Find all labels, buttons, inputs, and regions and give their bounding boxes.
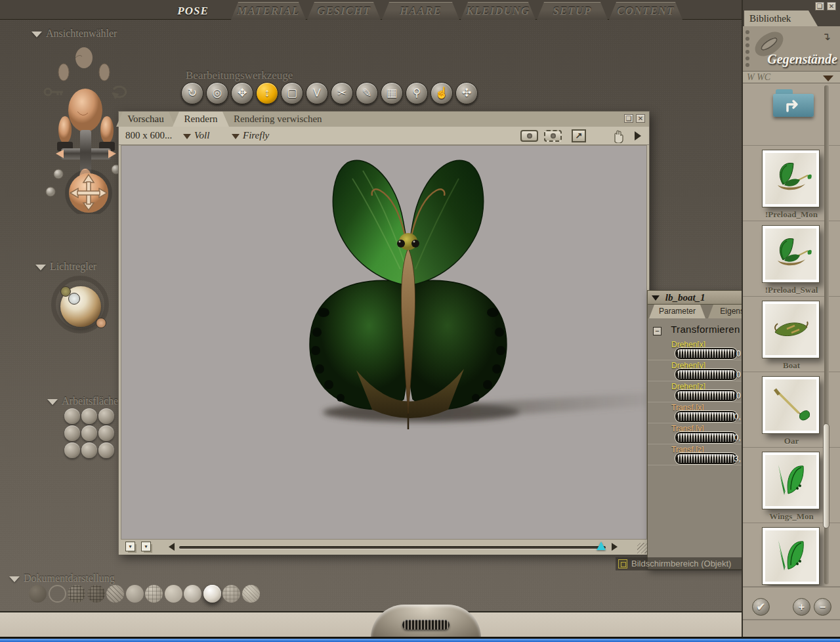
tool-color-button[interactable]: ✎ xyxy=(356,82,378,104)
dial-value[interactable]: 0 xyxy=(736,370,741,379)
library-tab[interactable]: Bibliothek xyxy=(744,11,818,26)
collapse-triangle-icon[interactable] xyxy=(32,32,42,37)
palette-header[interactable]: lb_boat_1 xyxy=(648,291,743,305)
dial-label[interactable]: Drehen[z] xyxy=(671,382,705,391)
style-hidden-line[interactable] xyxy=(87,585,105,603)
dock-icon[interactable]: ❏ xyxy=(815,2,824,11)
tool-morphing-button[interactable]: ☝ xyxy=(430,82,453,104)
dial-transf-x[interactable] xyxy=(677,412,736,421)
dial-label[interactable]: Drehen[x] xyxy=(671,340,705,349)
tool-translate-button[interactable]: ✥ xyxy=(231,82,253,104)
light-handle-2[interactable] xyxy=(68,293,80,305)
style-silhouette[interactable] xyxy=(29,585,47,603)
style-smooth-lined-selected[interactable] xyxy=(203,585,221,603)
item-thumbnail[interactable] xyxy=(763,528,819,584)
tool-view-magnifier-button[interactable]: ⚲ xyxy=(406,82,428,104)
light-handle-3[interactable] xyxy=(96,318,106,328)
collapse-triangle-icon[interactable] xyxy=(9,576,20,582)
dial-transf-y[interactable] xyxy=(677,433,736,442)
tab-content[interactable]: CONTENT xyxy=(609,2,682,20)
tab-setup[interactable]: SETUP xyxy=(537,2,608,20)
workspace-dot-grid[interactable] xyxy=(64,408,114,458)
item-thumbnail[interactable] xyxy=(763,150,819,207)
dial-label[interactable]: Transf.[x] xyxy=(671,403,704,412)
style-outline[interactable] xyxy=(49,585,66,603)
add-item-button[interactable]: + xyxy=(793,598,810,616)
dial-value[interactable]: 0 xyxy=(736,391,741,400)
tab-pose[interactable]: POSE xyxy=(156,2,230,20)
collapse-triangle-icon[interactable] xyxy=(652,295,660,301)
apply-check-button[interactable]: ✔ xyxy=(752,598,770,616)
tray-knob[interactable] xyxy=(371,605,481,638)
compare-frames-icon[interactable]: ▾ xyxy=(125,542,135,551)
bent-arrow-icon[interactable]: ↴ xyxy=(822,30,831,43)
chevron-down-icon[interactable] xyxy=(823,75,833,81)
tool-taper-button[interactable]: V xyxy=(306,82,328,104)
tool-twist-button[interactable]: ◎ xyxy=(206,82,228,104)
item-thumbnail[interactable] xyxy=(763,226,819,282)
render-canvas[interactable] xyxy=(121,145,647,540)
frame-slider-thumb[interactable] xyxy=(597,542,606,550)
item-thumbnail[interactable] xyxy=(763,377,819,433)
close-icon[interactable]: ✕ xyxy=(636,114,645,123)
item-thumbnail[interactable] xyxy=(763,301,819,358)
dial-value[interactable]: 0, xyxy=(734,433,741,442)
dial-drehen-x[interactable] xyxy=(677,349,736,358)
quality-dropdown[interactable]: Voll xyxy=(183,130,209,141)
library-category-banner[interactable]: ↴ Gegenstände xyxy=(743,26,840,71)
tab-parameter[interactable]: Parameter xyxy=(649,305,705,318)
close-icon[interactable]: ✕ xyxy=(827,2,836,11)
export-render-icon[interactable]: ↗ xyxy=(572,129,586,142)
frame-slider-track[interactable] xyxy=(179,546,606,549)
resize-grip[interactable] xyxy=(637,543,648,553)
dial-value[interactable]: 0 xyxy=(736,349,741,358)
tool-translate-in-out-button[interactable]: ↕ xyxy=(256,82,278,104)
dial-label[interactable]: Transf.[z] xyxy=(671,445,704,454)
style-smooth-shaded[interactable] xyxy=(184,585,201,603)
tool-rotate-button[interactable]: ↻ xyxy=(181,82,203,104)
dial-label[interactable]: Drehen[y] xyxy=(671,361,705,370)
compare-frames-2-icon[interactable]: ▾ xyxy=(141,542,151,551)
dial-drehen-z[interactable] xyxy=(677,391,736,400)
style-cartoon[interactable] xyxy=(165,585,182,603)
tray-knob-dial[interactable] xyxy=(402,620,450,630)
tool-scale-button[interactable]: ▢ xyxy=(281,82,303,104)
library-folder-path[interactable]: W WC xyxy=(743,71,840,83)
dial-label[interactable]: Transf.[y] xyxy=(671,424,704,433)
style-texture-shaded[interactable] xyxy=(242,585,260,603)
style-lit-wireframe[interactable] xyxy=(106,585,124,603)
dial-value[interactable]: 0, xyxy=(734,412,741,421)
slider-left-arrow[interactable] xyxy=(169,543,175,551)
library-scrollbar-thumb[interactable] xyxy=(823,423,830,528)
resolution-label[interactable]: 800 x 600... xyxy=(125,130,172,141)
tab-material[interactable]: MATERIAL xyxy=(231,2,306,20)
tab-rendern[interactable]: Rendern xyxy=(173,112,229,127)
tool-direct-manipulation-button[interactable]: ✣ xyxy=(455,82,478,104)
tab-gesicht[interactable]: GESICHT xyxy=(307,2,381,20)
tab-kleidung[interactable]: KLEIDUNG xyxy=(461,2,536,20)
collapse-triangle-icon[interactable] xyxy=(47,399,58,405)
tool-grouping-button[interactable]: ▦ xyxy=(381,82,403,104)
dial-transf-z[interactable] xyxy=(677,454,736,463)
maximize-button[interactable]: ❏ xyxy=(624,114,633,123)
remove-item-button[interactable]: − xyxy=(814,598,831,616)
tool-chain-break-button[interactable]: ✂ xyxy=(331,82,353,104)
pan-hand-icon[interactable] xyxy=(612,129,625,143)
collapse-section-icon[interactable]: − xyxy=(653,327,662,335)
tab-haare[interactable]: HAARE xyxy=(382,2,459,20)
style-texture-lined[interactable] xyxy=(222,585,240,603)
slider-right-arrow[interactable] xyxy=(612,543,618,551)
tab-vorschau[interactable]: Vorschau xyxy=(116,112,175,127)
dial-value[interactable]: 3, xyxy=(734,454,741,463)
style-flat-shaded[interactable] xyxy=(126,585,144,603)
current-element-label[interactable]: Bildschirmbereich (Objekt) xyxy=(616,557,744,570)
engine-dropdown[interactable]: Firefly xyxy=(232,130,269,141)
tab-eigenschaften[interactable]: Eigensch xyxy=(708,305,744,318)
item-thumbnail[interactable] xyxy=(763,452,819,509)
style-flat-lined[interactable] xyxy=(145,585,163,603)
render-camera-icon[interactable] xyxy=(520,130,538,142)
area-render-camera-icon[interactable] xyxy=(544,130,562,142)
advance-arrow-icon[interactable] xyxy=(635,131,641,140)
folder-up-icon[interactable] xyxy=(773,89,814,117)
style-wireframe[interactable] xyxy=(68,585,85,603)
